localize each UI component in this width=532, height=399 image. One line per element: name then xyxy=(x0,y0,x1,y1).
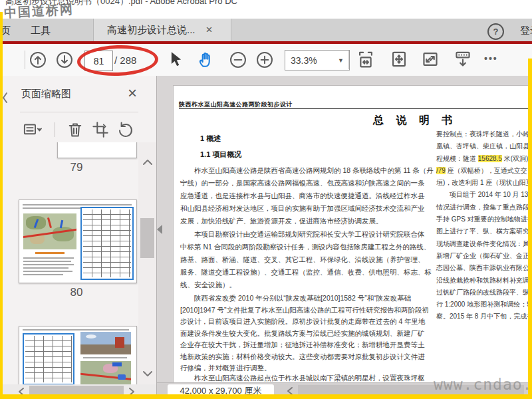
doc-heading-1-1: 1.1 项目概况 xyxy=(200,150,241,160)
scroll-down-icon[interactable] xyxy=(142,370,153,378)
panel-close-icon[interactable]: × xyxy=(128,84,137,102)
rotate-page-button[interactable] xyxy=(117,121,134,138)
yellow-border-right xyxy=(528,59,532,399)
vscroll-thumb[interactable] xyxy=(140,218,154,258)
hand-tool-icon xyxy=(196,50,215,68)
zoom-out-button[interactable] xyxy=(229,51,247,68)
map-preview xyxy=(23,213,76,249)
photo-preview xyxy=(80,332,131,354)
fit-width-button[interactable] xyxy=(356,50,375,68)
scroll-up-icon[interactable] xyxy=(142,158,153,166)
panel-title: 页面缩略图 xyxy=(21,88,71,100)
thumbnail-label-80: 80 xyxy=(57,286,96,299)
tab-tools[interactable]: 工具 xyxy=(31,25,51,37)
delete-page-button[interactable] xyxy=(66,121,84,138)
panel-separator xyxy=(55,122,55,137)
chevron-down-icon: ▼ xyxy=(338,57,344,64)
help-icon[interactable]: ? xyxy=(487,23,504,40)
fit-width-icon xyxy=(356,50,375,68)
select-tool-button[interactable] xyxy=(168,51,185,68)
doc-heading-1: 1 概述 xyxy=(200,134,221,144)
page-header-rule xyxy=(179,108,532,109)
splitter-collapse-icon[interactable] xyxy=(157,225,162,234)
fit-page-button[interactable] xyxy=(390,50,408,68)
red-divider-line xyxy=(0,41,532,44)
arrow-up-circle-icon xyxy=(29,51,47,68)
pdf-page: 陕西柞水至山阳高速公路两阶段初步设计 总 说 明 书 1 概述 1.1 项目概况… xyxy=(173,85,532,384)
dock-toolbar-icon xyxy=(454,50,472,68)
thumbnail-page-81[interactable] xyxy=(19,326,137,384)
dock-toolbar-button[interactable] xyxy=(454,50,472,68)
doc-paragraph-1: 柞水至山阳高速公路是陕西省高速公路网规划的 18 条联络线中的第 11 条（丹宁… xyxy=(180,164,434,227)
panel-divider xyxy=(20,112,138,112)
acrobat-window: 高速初步设计总说明书（0024）.pdf - Adobe Acrobat Pro… xyxy=(0,0,532,399)
watermark-bottom-right: www.cndao.com xyxy=(434,376,532,393)
toolbar-separator xyxy=(25,51,25,69)
highlighted-text: 15628.5 xyxy=(478,155,502,162)
doc-paragraph-2: 本项目勘察设计由交通运输部规划研究院和长安大学工程设计研究院联合体中标第 N1 … xyxy=(180,228,432,291)
table-preview xyxy=(80,207,134,280)
previous-page-button[interactable] xyxy=(29,51,47,68)
thumbnails-list: 79 80 xyxy=(0,142,138,384)
toolbar-separator xyxy=(348,51,349,69)
yellow-border-bottom xyxy=(0,394,532,399)
plus-circle-icon xyxy=(256,51,273,68)
watermark-top-left: 中国道桥网 xyxy=(3,1,74,21)
minus-circle-icon xyxy=(229,51,247,68)
thumb-text-line xyxy=(23,204,132,205)
doc-tab-close-icon[interactable]: × xyxy=(206,23,213,37)
thumbnail-page-79[interactable] xyxy=(57,142,137,158)
zoom-in-button[interactable] xyxy=(256,51,273,68)
doc-right-column: 要控制点：夜珠坪长隧道，小岭特长 凰镇、杏坪镇、柴庄镇，山阳县的户 程规模：隧道… xyxy=(436,128,532,323)
zoom-level-select[interactable]: 33.3% ▼ xyxy=(285,50,350,70)
thumbnail-page-80[interactable] xyxy=(19,200,137,283)
doc-title: 总 说 明 书 xyxy=(373,114,457,128)
crop-pages-button[interactable] xyxy=(92,121,109,138)
map-caption xyxy=(35,252,65,254)
doc-paragraph-3: 陕西省发改委 2010 年分别以“陕发改基础[2010]1582 号”和“陕发改… xyxy=(180,293,429,374)
panel-border xyxy=(156,76,157,399)
table-preview xyxy=(23,333,74,384)
highlighted-text: /79 xyxy=(436,167,446,174)
zoom-level-value: 33.3% xyxy=(291,55,317,66)
thumbnail-options-button[interactable] xyxy=(23,121,43,138)
trash-icon xyxy=(66,121,84,138)
rotate-ccw-icon xyxy=(117,121,134,138)
doc-tab-label: 高速初步设计总说... xyxy=(107,24,196,37)
tab-bar xyxy=(0,19,532,41)
fit-page-icon xyxy=(390,50,408,68)
more-tools-button[interactable]: ••• xyxy=(484,53,498,64)
yellow-border-left xyxy=(0,12,3,399)
thumbnail-label-79: 79 xyxy=(57,161,96,174)
arrow-down-circle-icon xyxy=(56,51,73,68)
map-preview xyxy=(80,361,131,384)
fullscreen-icon xyxy=(421,50,440,68)
thumbnail-options-icon xyxy=(23,121,43,138)
next-page-button[interactable] xyxy=(56,51,73,68)
crop-pages-icon xyxy=(92,121,109,138)
cursor-icon xyxy=(168,51,185,68)
panel-vscrollbar[interactable] xyxy=(138,142,156,384)
hand-tool-button[interactable] xyxy=(196,50,215,68)
doc-tab[interactable]: 高速初步设计总说... × xyxy=(93,19,231,41)
fullscreen-button[interactable] xyxy=(421,50,440,68)
login-link[interactable]: 登录 xyxy=(520,25,532,37)
